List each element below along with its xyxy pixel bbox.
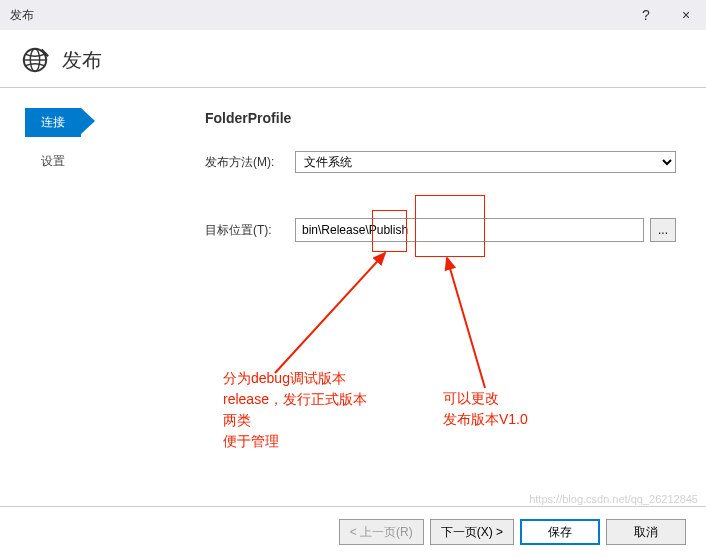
titlebar: 发布 ? × [0,0,706,30]
annotation-arrow-left [255,243,415,393]
next-button[interactable]: 下一页(X) > [430,519,514,545]
target-location-label: 目标位置(T): [205,222,295,239]
content-pane: FolderProfile 发布方法(M): 文件系统 目标位置(T): ...… [175,88,706,493]
svg-line-5 [275,253,385,373]
svg-line-7 [447,258,485,388]
tab-settings[interactable]: 设置 [25,147,81,176]
publish-method-label: 发布方法(M): [205,154,295,171]
target-location-row: 目标位置(T): ... [205,218,676,242]
browse-button[interactable]: ... [650,218,676,242]
prev-button: < 上一页(R) [339,519,424,545]
save-button[interactable]: 保存 [520,519,600,545]
dialog-footer: < 上一页(R) 下一页(X) > 保存 取消 [0,506,706,557]
cancel-button[interactable]: 取消 [606,519,686,545]
dialog-header: 发布 [0,30,706,88]
globe-icon [20,45,50,75]
annotation-note-left: 分为debug调试版本 release，发行正式版本 两类 便于管理 [223,368,367,452]
page-title: 发布 [62,47,102,74]
annotation-arrow-right [425,248,525,398]
window-title: 发布 [10,7,34,24]
sidebar: 连接 设置 [0,88,175,493]
target-location-input[interactable] [295,218,644,242]
tab-connection[interactable]: 连接 [25,108,81,137]
publish-method-select[interactable]: 文件系统 [295,151,676,173]
watermark: https://blog.csdn.net/qq_26212845 [529,493,698,505]
dialog-body: 连接 设置 FolderProfile 发布方法(M): 文件系统 目标位置(T… [0,88,706,493]
help-button[interactable]: ? [626,0,666,30]
profile-title: FolderProfile [205,110,676,126]
annotation-note-right: 可以更改 发布版本V1.0 [443,388,528,430]
publish-method-row: 发布方法(M): 文件系统 [205,151,676,173]
close-button[interactable]: × [666,0,706,30]
